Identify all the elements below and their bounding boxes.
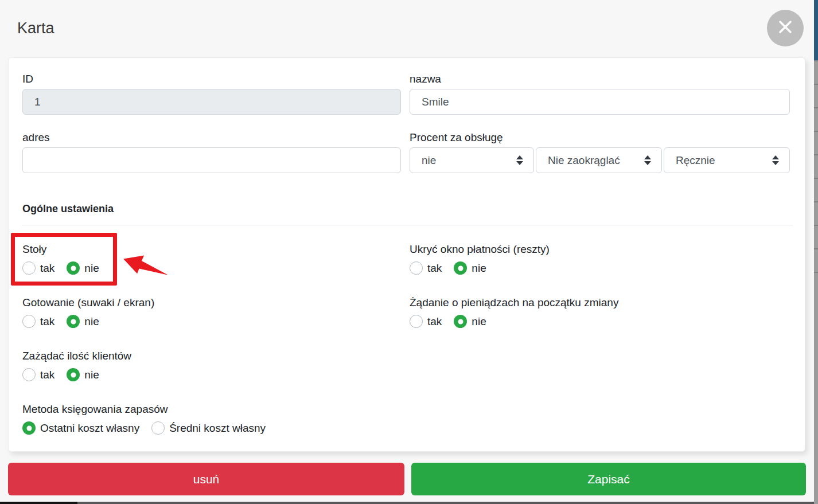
- id-label: ID: [22, 72, 33, 86]
- radio-label: nie: [84, 262, 99, 275]
- radio-nie[interactable]: [67, 368, 80, 381]
- select-updown-icon: [772, 155, 779, 165]
- background-table-rows-strip: [814, 60, 818, 295]
- setting-cooking: Gotowanie (suwaki / ekran) tak nie: [22, 296, 154, 329]
- radio-label: tak: [427, 262, 442, 275]
- setting-client-count: Zażądać ilość klientów tak nie: [22, 349, 131, 382]
- radio-tak[interactable]: [22, 368, 36, 381]
- card-form: ID nazwa adres Procent za obsługę nie Ni…: [8, 57, 805, 452]
- radio-tak[interactable]: [22, 261, 36, 275]
- background-strip: [814, 295, 818, 504]
- radio-tak[interactable]: [410, 261, 423, 275]
- modal-title: Karta: [17, 19, 54, 37]
- radio-average-cost[interactable]: [151, 421, 165, 435]
- radio-tak[interactable]: [410, 315, 423, 328]
- id-field: [22, 89, 401, 115]
- setting-label: Metoda księgowania zapasów: [22, 403, 266, 416]
- select-value: nie: [422, 154, 516, 167]
- mode-select[interactable]: Ręcznie: [664, 147, 790, 173]
- horizontal-scrollbar[interactable]: [0, 502, 814, 504]
- radio-label: tak: [40, 369, 54, 381]
- close-icon: [777, 18, 794, 38]
- setting-label: Żądanie o pieniądzach na początku zmiany: [410, 296, 618, 310]
- annotation-arrow-icon: [120, 247, 172, 278]
- setting-hide-payment: Ukryć okno płatności (reszty) tak nie: [410, 243, 550, 275]
- radio-nie[interactable]: [67, 261, 80, 275]
- select-value: Ręcznie: [676, 154, 772, 167]
- setting-label: Zażądać ilość klientów: [22, 349, 131, 363]
- delete-button[interactable]: usuń: [8, 463, 404, 495]
- setting-label: Ukryć okno płatności (reszty): [410, 243, 550, 256]
- service-percent-select-1[interactable]: nie: [410, 147, 534, 173]
- setting-label: Stoły: [22, 243, 99, 256]
- radio-label: tak: [40, 262, 54, 275]
- general-settings-heading: Ogólne ustawienia: [22, 203, 114, 215]
- service-percent-label: Procent za obsługę: [410, 131, 503, 144]
- section-divider: [22, 225, 793, 225]
- radio-last-cost[interactable]: [22, 421, 36, 435]
- radio-label: Ostatni koszt własny: [40, 422, 139, 435]
- name-field[interactable]: [410, 89, 790, 115]
- background-header-strip: [814, 0, 818, 60]
- radio-label: nie: [84, 369, 99, 381]
- radio-label: nie: [84, 315, 99, 328]
- setting-tables: Stoły tak nie: [22, 243, 99, 275]
- radio-label: tak: [427, 315, 442, 328]
- select-updown-icon: [644, 155, 651, 165]
- radio-nie[interactable]: [67, 315, 80, 328]
- radio-label: nie: [472, 262, 486, 275]
- select-updown-icon: [516, 155, 523, 165]
- background-page-edge: [814, 0, 818, 504]
- name-label: nazwa: [410, 72, 441, 86]
- setting-inventory-method: Metoda księgowania zapasów Ostatni koszt…: [22, 403, 266, 435]
- radio-label: nie: [472, 315, 486, 328]
- radio-label: Średni koszt własny: [169, 422, 266, 435]
- save-button[interactable]: Zapisać: [411, 463, 806, 495]
- setting-money-request: Żądanie o pieniądzach na początku zmiany…: [410, 296, 618, 329]
- radio-nie[interactable]: [454, 315, 467, 328]
- setting-label: Gotowanie (suwaki / ekran): [22, 296, 154, 310]
- select-value: Nie zaokrąglać: [548, 154, 644, 167]
- rounding-select[interactable]: Nie zaokrąglać: [536, 147, 662, 173]
- address-label: adres: [22, 131, 50, 144]
- close-button[interactable]: [767, 10, 804, 46]
- radio-nie[interactable]: [454, 261, 467, 275]
- radio-tak[interactable]: [22, 315, 36, 328]
- address-field[interactable]: [22, 147, 401, 173]
- radio-label: tak: [40, 315, 54, 328]
